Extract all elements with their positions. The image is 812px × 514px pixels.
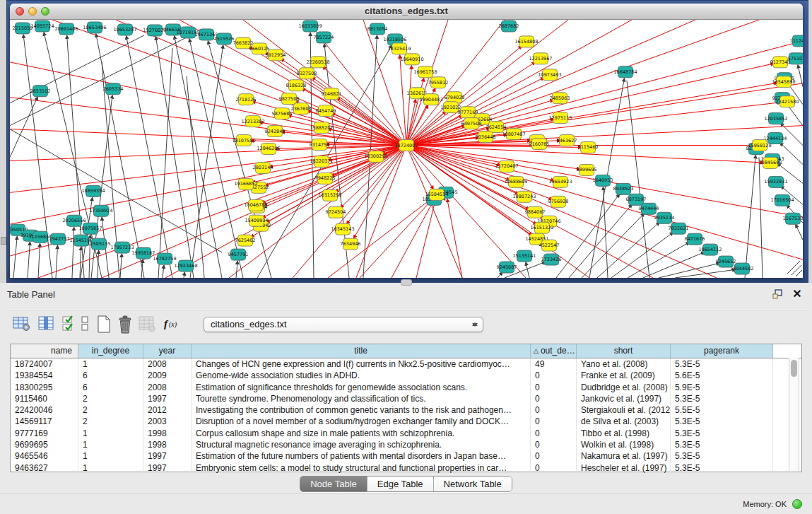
graph-node[interactable] [489,122,504,133]
graph-node[interactable] [629,194,644,205]
graph-node[interactable] [148,25,163,36]
graph-node[interactable] [51,233,66,245]
column-header-out_de[interactable]: △out_de… [531,344,577,358]
table-select-dropdown[interactable]: citations_edges.txt [204,317,483,332]
graph-node[interactable] [763,157,778,168]
graph-node[interactable] [532,139,547,150]
graph-node[interactable] [33,86,48,97]
graph-node[interactable] [370,23,385,35]
graph-node[interactable] [528,206,543,218]
graph-node[interactable] [300,68,314,79]
graph-node[interactable] [399,140,414,151]
graph-node[interactable] [317,32,331,43]
table-row[interactable]: 1830029562008Estimation of significance … [11,382,801,393]
graph-node[interactable] [464,118,479,129]
column-header-title[interactable]: title [192,344,531,358]
graph-node[interactable] [444,102,459,113]
graph-node[interactable] [314,122,329,134]
graph-node[interactable] [179,260,194,271]
graph-node[interactable] [239,94,254,105]
graph-node[interactable] [256,162,271,173]
graph-node[interactable] [793,35,804,47]
graph-node[interactable] [252,43,267,54]
graph-node[interactable] [534,53,548,64]
graph-node[interactable] [118,24,133,35]
graph-node[interactable] [59,23,74,35]
graph-node[interactable] [544,254,559,265]
graph-node[interactable] [88,22,102,33]
graph-node[interactable] [323,189,338,201]
graph-node[interactable] [418,66,433,78]
graph-node[interactable] [671,223,686,234]
graph-node[interactable] [312,139,327,151]
graph-node[interactable] [543,69,558,81]
graph-node[interactable] [616,183,631,194]
table-scrollbar[interactable] [789,358,799,471]
graph-node[interactable] [94,205,109,216]
graph-node[interactable] [294,103,309,115]
graph-node[interactable] [324,88,339,100]
graph-node[interactable] [261,144,276,155]
graph-node[interactable] [642,203,657,214]
graph-node[interactable] [319,105,334,117]
table-row[interactable]: 969969511998Structural magnetic resonanc… [11,439,801,450]
network-window-titlebar[interactable]: citations_edges.txt [10,4,803,20]
graph-node[interactable] [236,37,251,49]
table-row[interactable]: 1872400712008Changes of HCN gene express… [11,358,801,370]
graph-node[interactable] [579,164,594,175]
graph-node[interactable] [314,156,329,167]
graph-node[interactable] [773,57,788,68]
graph-node[interactable] [136,247,151,259]
graph-node[interactable] [560,135,575,146]
graph-node[interactable] [392,43,407,54]
graph-node[interactable] [478,132,493,143]
table-settings-icon[interactable] [13,315,31,335]
graph-node[interactable] [181,27,196,38]
graph-node[interactable] [343,238,358,250]
graph-node[interactable] [246,116,261,127]
function-builder-icon[interactable]: f(x) [163,315,181,335]
graph-node[interactable] [231,249,246,260]
column-header-name[interactable]: name [11,344,78,358]
graph-node[interactable] [269,49,283,61]
network-graph[interactable]: 1872400718300295221505914055724206914061… [10,20,803,278]
graph-node[interactable] [158,253,172,264]
graph-node[interactable] [500,262,514,273]
splitter-handle[interactable] [401,279,412,286]
graph-node[interactable] [509,176,524,187]
table-column-icon[interactable] [38,315,57,335]
graph-node[interactable] [517,250,532,262]
column-header-year[interactable]: year [143,344,192,358]
graph-node[interactable] [769,113,784,124]
graph-node[interactable] [780,96,795,107]
graph-node[interactable] [618,66,633,78]
graph-node[interactable] [268,126,283,137]
graph-node[interactable] [74,235,89,246]
graph-node[interactable] [35,21,50,32]
panel-resize-grip[interactable] [1,237,6,245]
graph-node[interactable] [282,93,297,105]
graph-node[interactable] [768,133,783,144]
graph-node[interactable] [369,151,384,162]
table-row[interactable]: 946554611997Estimation of the future num… [11,450,801,462]
graph-node[interactable] [502,21,517,32]
graph-node[interactable] [83,223,98,234]
column-header-in_degree[interactable]: in_degree [78,344,143,358]
graph-node[interactable] [289,80,304,91]
graph-node[interactable] [311,57,326,68]
graph-node[interactable] [553,93,567,104]
graph-node[interactable] [431,77,446,88]
table-row[interactable]: 911546021997Tourette syndrome. Phenomeno… [11,393,801,404]
graph-node[interactable] [461,107,476,118]
graph-node[interactable] [275,108,290,119]
graph-node[interactable] [553,112,568,124]
graph-node[interactable] [115,242,130,253]
graph-node[interactable] [33,231,48,243]
graph-node[interactable] [249,199,264,211]
tab-edge-table[interactable]: Edge Table [367,477,433,491]
graph-node[interactable] [199,29,214,40]
graph-node[interactable] [303,21,318,32]
graph-node[interactable] [500,160,514,172]
graph-node[interactable] [517,191,532,202]
network-canvas[interactable]: 1872400718300295221505914055724206914061… [10,20,803,278]
